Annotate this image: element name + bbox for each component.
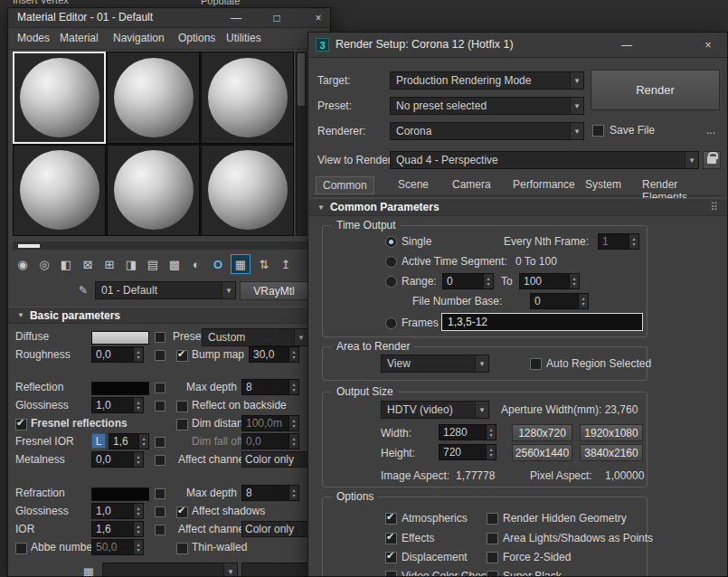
- ior-spinner[interactable]: 1,6: [91, 521, 144, 537]
- file-number-base-spinner[interactable]: 0: [530, 293, 589, 309]
- close-icon[interactable]: ×: [306, 8, 331, 27]
- force-2-sided-checkbox[interactable]: [487, 552, 498, 563]
- material-sample-slot[interactable]: [107, 145, 200, 237]
- chevron-down-icon[interactable]: [570, 72, 583, 89]
- chevron-down-icon[interactable]: [294, 329, 307, 345]
- effects-checkbox[interactable]: [385, 533, 397, 544]
- reflect-backside-checkbox[interactable]: [176, 401, 188, 412]
- tab-system[interactable]: System: [579, 176, 628, 193]
- tab-performance[interactable]: Performance: [506, 176, 581, 193]
- reflection-color-swatch[interactable]: [91, 382, 149, 395]
- material-name-combo[interactable]: 01 - Default: [95, 281, 236, 299]
- refraction-glossiness-map-checkbox[interactable]: [155, 506, 165, 517]
- chevron-down-icon[interactable]: [223, 563, 237, 577]
- material-editor-titlebar[interactable]: Material Editor - 01 - Default — □ ×: [8, 8, 330, 28]
- spinner-arrows-icon[interactable]: [569, 274, 579, 288]
- spinner-arrows-icon[interactable]: [288, 416, 298, 430]
- refraction-color-swatch[interactable]: [91, 487, 149, 501]
- area-to-render-combo[interactable]: View: [381, 355, 489, 373]
- spinner-arrows-icon[interactable]: [288, 486, 298, 500]
- close-icon[interactable]: ×: [695, 33, 721, 58]
- spinner-arrows-icon[interactable]: [133, 347, 143, 362]
- menu-navigation[interactable]: Navigation: [113, 32, 165, 44]
- affect-shadows-checkbox[interactable]: [176, 506, 188, 518]
- save-file-more-button[interactable]: ...: [706, 124, 715, 137]
- tab-camera[interactable]: Camera: [446, 176, 497, 193]
- render-button[interactable]: Render: [591, 70, 720, 110]
- spinner-arrows-icon[interactable]: [138, 434, 148, 449]
- render-hidden-geometry-checkbox[interactable]: [487, 513, 498, 525]
- roughness-spinner[interactable]: 0,0: [91, 346, 144, 363]
- chevron-down-icon[interactable]: [570, 98, 583, 114]
- material-sample-slot[interactable]: [201, 145, 294, 237]
- renderer-combo[interactable]: Corona: [390, 122, 584, 140]
- frames-radio[interactable]: [385, 317, 397, 329]
- show-background-icon[interactable]: ▩: [165, 254, 184, 274]
- width-spinner[interactable]: 1280: [439, 424, 496, 440]
- slider-handle[interactable]: [18, 244, 40, 248]
- rollout-grip-icon[interactable]: ⠿: [710, 201, 718, 213]
- diffuse-color-swatch[interactable]: [91, 331, 149, 345]
- ior-map-checkbox[interactable]: [155, 525, 165, 535]
- chevron-down-icon[interactable]: [475, 402, 488, 418]
- minimize-icon[interactable]: —: [614, 33, 639, 58]
- put-to-scene-icon[interactable]: ◎: [34, 254, 54, 274]
- refraction-map-checkbox[interactable]: [155, 488, 165, 499]
- spinner-arrows-icon[interactable]: [288, 380, 298, 394]
- assign-to-selection-icon[interactable]: ◧: [56, 254, 76, 274]
- range-from-spinner[interactable]: 0: [442, 273, 494, 289]
- glossiness-map-checkbox[interactable]: [155, 401, 165, 411]
- range-to-spinner[interactable]: 100: [519, 273, 580, 289]
- target-combo[interactable]: Production Rendering Mode: [390, 71, 584, 90]
- show-end-result-icon[interactable]: ⇅: [254, 254, 274, 274]
- dim-falloff-spinner[interactable]: 0,0: [241, 433, 299, 449]
- put-to-library-icon[interactable]: ▤: [143, 254, 163, 274]
- displacement-checkbox[interactable]: [385, 552, 397, 563]
- spinner-arrows-icon[interactable]: [629, 234, 638, 249]
- spinner-arrows-icon[interactable]: [486, 445, 496, 459]
- go-to-parent-icon[interactable]: ↥: [276, 254, 296, 274]
- super-black-checkbox[interactable]: [487, 571, 498, 577]
- view-to-render-combo[interactable]: Quad 4 - Perspective: [390, 151, 699, 169]
- preset-combo[interactable]: Custom: [202, 328, 308, 346]
- max-depth-spinner[interactable]: 8: [241, 379, 299, 395]
- resolution-preset-2560x1440[interactable]: 2560x1440: [512, 444, 572, 461]
- spinner-arrows-icon[interactable]: [486, 425, 496, 440]
- scrollbar-thumb[interactable]: [298, 53, 305, 106]
- tab-common[interactable]: Common: [316, 176, 374, 194]
- resolution-preset-3840x2160[interactable]: 3840x2160: [580, 444, 643, 461]
- show-in-viewport-icon[interactable]: ▦: [231, 254, 251, 274]
- bottom-partial-combo-2[interactable]: [241, 563, 308, 577]
- spinner-arrows-icon[interactable]: [133, 540, 143, 554]
- resolution-preset-1280x720[interactable]: 1280x720: [512, 424, 572, 441]
- fresnel-ior-map-checkbox[interactable]: [155, 437, 165, 448]
- atmospherics-checkbox[interactable]: [385, 513, 397, 525]
- menu-modes[interactable]: Modes: [17, 32, 50, 44]
- samples-horizontal-slider[interactable]: [13, 241, 307, 250]
- bottom-partial-combo[interactable]: [102, 563, 238, 577]
- spinner-arrows-icon[interactable]: [288, 347, 298, 362]
- refraction-max-depth-spinner[interactable]: 8: [241, 485, 299, 501]
- roughness-map-checkbox[interactable]: [155, 350, 165, 361]
- delete-icon[interactable]: ⊠: [78, 254, 98, 274]
- spinner-arrows-icon[interactable]: [133, 504, 143, 518]
- bump-map-checkbox[interactable]: [176, 350, 188, 362]
- chevron-down-icon[interactable]: [222, 282, 235, 298]
- basic-parameters-rollout[interactable]: ▼ Basic parameters: [8, 307, 330, 324]
- dim-distance-checkbox[interactable]: [176, 419, 188, 430]
- diffuse-map-checkbox[interactable]: [155, 332, 165, 343]
- make-unique-icon[interactable]: ◨: [121, 254, 141, 274]
- output-format-combo[interactable]: HDTV (video): [381, 401, 489, 419]
- get-material-icon[interactable]: ◉: [13, 254, 33, 274]
- fresnel-ior-lock-button[interactable]: L: [91, 433, 106, 449]
- preset-combo[interactable]: No preset selected: [390, 97, 584, 115]
- auto-region-checkbox[interactable]: [530, 358, 542, 370]
- spinner-arrows-icon[interactable]: [483, 274, 493, 288]
- video-color-check-checkbox[interactable]: [385, 571, 397, 577]
- map-slot-icon[interactable]: ▦: [79, 562, 99, 577]
- viewport-lock-button[interactable]: [703, 151, 721, 169]
- single-radio[interactable]: [385, 236, 397, 248]
- material-id-icon[interactable]: O: [208, 254, 228, 274]
- spinner-arrows-icon[interactable]: [133, 398, 143, 412]
- frames-input[interactable]: 1,3,5-12: [441, 313, 643, 331]
